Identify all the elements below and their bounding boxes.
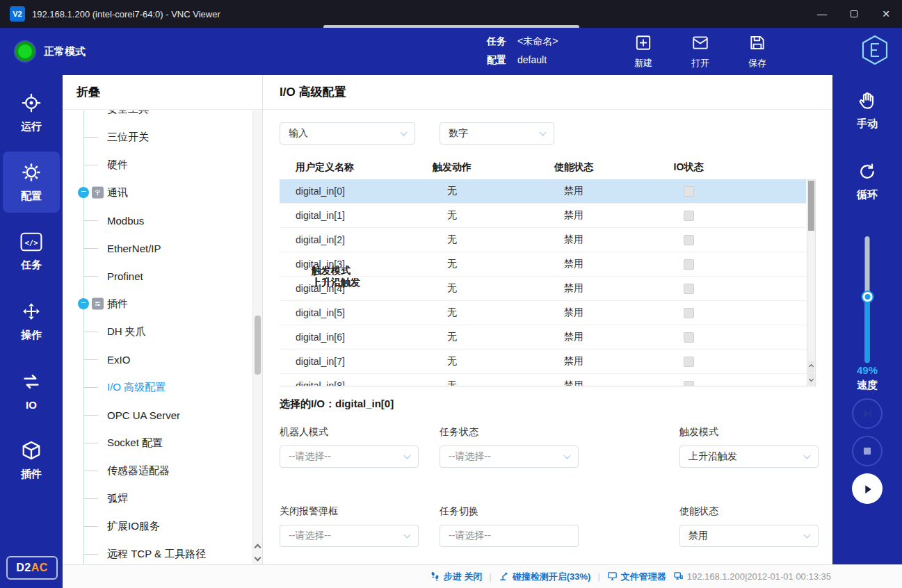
table-row[interactable]: digital_in[2] 上升沿触发 无 禁用: [280, 228, 806, 252]
collapse-minus-icon[interactable]: −: [78, 298, 89, 309]
table-row[interactable]: digital_in[0] 上升沿触发 无 禁用: [280, 179, 806, 204]
chevron-down-icon: [540, 129, 547, 136]
table-row[interactable]: digital_in[6] 上升沿触发 无 禁用: [280, 325, 806, 350]
io-state-checkbox[interactable]: [684, 211, 694, 221]
sidebar-item-run[interactable]: 运行: [3, 82, 60, 143]
tree-item[interactable]: − 三位开关: [63, 123, 252, 151]
close-alarm-field: 关闭报警弹框 --请选择--: [280, 505, 419, 547]
tree-item[interactable]: − EtherNet/IP: [63, 234, 252, 262]
sidebar-item-io[interactable]: IO: [3, 360, 60, 421]
io-direction-select[interactable]: 输入: [280, 122, 415, 145]
io-state-checkbox[interactable]: [684, 308, 694, 318]
robot-mode-select[interactable]: --请选择--: [280, 446, 419, 468]
table-row[interactable]: digital_in[3] 上升沿触发 无 禁用: [280, 252, 806, 277]
new-file-icon: [634, 34, 652, 54]
sidebar-item-operate[interactable]: 操作: [3, 291, 60, 352]
page-title: I/O 高级配置: [263, 75, 832, 110]
vnc-app-icon: V2: [10, 6, 25, 22]
io-state-checkbox[interactable]: [684, 357, 694, 367]
new-button[interactable]: 新建: [623, 34, 663, 70]
io-table-body: digital_in[0] 上升沿触发 无 禁用 digital_in[1] 上…: [280, 179, 816, 386]
save-icon: [748, 34, 766, 54]
io-table: 用户定义名称 触发模式 触发动作 使能状态 IO状态 digital_in[0]…: [280, 156, 816, 386]
scroll-up-icon: [809, 364, 814, 369]
open-file-icon: [691, 34, 709, 54]
tree-item[interactable]: − I/O 高级配置: [63, 373, 252, 401]
table-scrollbar[interactable]: [807, 179, 816, 386]
scroll-down-icon: [809, 377, 814, 382]
task-status-select[interactable]: --请选择--: [440, 446, 579, 468]
brand-logo-icon: [859, 34, 891, 69]
io-state-checkbox[interactable]: [684, 284, 694, 294]
io-state-checkbox[interactable]: [684, 235, 694, 245]
table-row[interactable]: digital_in[7] 上升沿触发 无 禁用: [280, 350, 806, 374]
tree-item[interactable]: − DH 夹爪: [63, 318, 252, 345]
io-type-select[interactable]: 数字: [440, 122, 554, 145]
sidebar-item-plugin[interactable]: 插件: [3, 430, 60, 491]
close-alarm-select[interactable]: --请选择--: [280, 525, 419, 547]
io-state-checkbox[interactable]: [684, 259, 694, 270]
tree-item[interactable]: − Socket 配置: [63, 429, 252, 457]
step-forward-button[interactable]: [852, 398, 883, 429]
status-separator: |: [489, 571, 491, 582]
sidebar-item-config[interactable]: 配置: [3, 152, 60, 213]
tree-scrollbar[interactable]: [252, 111, 262, 564]
tree-item[interactable]: − ExIO: [63, 345, 252, 373]
scroll-up-icon[interactable]: [255, 544, 261, 551]
io-advanced-config-panel: I/O 高级配置 输入 数字 用户定义名称 触发模式 触发动作 使能状态 IO状…: [263, 75, 832, 564]
tree-scrollbar-thumb[interactable]: [255, 316, 261, 375]
minimize-button[interactable]: —: [806, 0, 838, 28]
selected-io-label: 选择的I/O：digital_in[0]: [280, 398, 816, 411]
task-switch-input[interactable]: --请选择--: [440, 525, 579, 547]
robot-mode-indicator[interactable]: 正常模式: [15, 42, 86, 61]
step-mode-status[interactable]: 步进 关闭: [430, 571, 483, 583]
loop-mode-button[interactable]: 循环: [832, 161, 902, 202]
collapse-minus-icon[interactable]: −: [78, 187, 89, 198]
robot-arm-icon: [499, 571, 509, 583]
table-scroll-down-button[interactable]: [808, 373, 814, 385]
table-row[interactable]: digital_in[1] 上升沿触发 无 禁用: [280, 204, 806, 228]
io-state-checkbox[interactable]: [684, 186, 694, 197]
collision-detection-status[interactable]: 碰撞检测开启(33%): [499, 571, 591, 583]
file-manager-button[interactable]: 文件管理器: [607, 571, 666, 583]
chevron-down-icon: [564, 452, 571, 459]
save-button[interactable]: 保存: [737, 34, 778, 70]
chevron-down-icon: [404, 532, 411, 539]
table-row[interactable]: digital_in[8] 上升沿触发 无 禁用: [280, 374, 806, 386]
tree-item[interactable]: − 扩展IO服务: [63, 512, 252, 540]
tree-item[interactable]: − OPC UA Server: [63, 401, 252, 429]
tree-item[interactable]: − 硬件: [63, 151, 252, 179]
open-button[interactable]: 打开: [680, 34, 720, 70]
task-config-info: 任务 <未命名> 配置 default: [487, 35, 558, 73]
maximize-button[interactable]: [838, 0, 870, 28]
io-state-checkbox[interactable]: [684, 332, 694, 343]
trigger-mode-field: 触发模式 上升沿触发: [679, 426, 819, 468]
tree-item[interactable]: − Profinet: [63, 262, 252, 290]
table-row[interactable]: digital_in[5] 上升沿触发 无 禁用: [280, 301, 806, 325]
scroll-down-icon[interactable]: [255, 555, 261, 562]
tree-item[interactable]: − 远程 TCP & 工具路径: [63, 540, 252, 564]
tree-item[interactable]: − 安全工具: [63, 111, 252, 123]
table-scroll-up-button[interactable]: [808, 361, 814, 373]
config-tree-panel: 折叠 − 安全工具 − 三位开关 −: [63, 75, 263, 564]
enable-status-select[interactable]: 禁用: [679, 525, 819, 547]
play-button[interactable]: [852, 473, 883, 504]
speed-slider[interactable]: [865, 236, 870, 363]
table-scrollbar-thumb[interactable]: [808, 181, 814, 231]
tree-collapse-title[interactable]: 折叠: [63, 75, 262, 110]
tree-item[interactable]: − 弧焊: [63, 484, 252, 512]
tree-item[interactable]: − 插件: [63, 290, 252, 318]
speed-slider-thumb[interactable]: [862, 292, 872, 302]
close-button[interactable]: ✕: [870, 0, 902, 28]
left-sidebar: 运行 配置 </> 任务 操作 IO 插件 D: [0, 75, 63, 588]
io-state-checkbox[interactable]: [684, 381, 694, 386]
tree-item[interactable]: − 通讯: [63, 179, 252, 206]
stop-button[interactable]: [852, 436, 883, 466]
sidebar-item-task[interactable]: </> 任务: [3, 221, 60, 282]
manual-mode-button[interactable]: 手动: [832, 90, 902, 131]
tree-item[interactable]: − Modbus: [63, 206, 252, 234]
monitor-icon: [607, 571, 618, 583]
maximize-icon: [851, 10, 857, 17]
tree-item[interactable]: − 传感器适配器: [63, 457, 252, 484]
trigger-mode-select[interactable]: 上升沿触发: [679, 446, 819, 468]
